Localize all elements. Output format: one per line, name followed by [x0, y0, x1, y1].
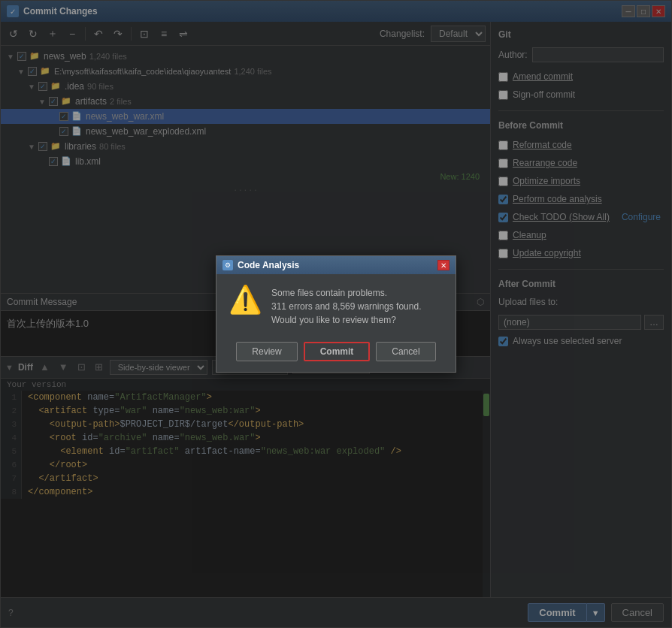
modal-msg-line1: Some files contain problems. [271, 286, 421, 300]
modal-title: Code Analysis [238, 260, 433, 270]
modal-close-btn[interactable]: ✕ [437, 260, 450, 270]
modal-msg-line3: Would you like to review them? [271, 313, 421, 327]
modal-title-bar: ⚙ Code Analysis ✕ [216, 256, 456, 274]
modal-cancel-button[interactable]: Cancel [376, 342, 435, 361]
warning-icon: ⚠️ [229, 286, 262, 313]
modal-footer: Review Commit Cancel [216, 336, 456, 372]
code-analysis-modal: ⚙ Code Analysis ✕ ⚠️ Some files contain … [216, 255, 456, 373]
review-button[interactable]: Review [236, 342, 297, 361]
modal-message: Some files contain problems. 311 errors … [271, 286, 421, 327]
modal-commit-button[interactable]: Commit [304, 342, 371, 361]
modal-msg-line2: 311 errors and 8,569 warnings found. [271, 300, 421, 313]
modal-overlay: ⚙ Code Analysis ✕ ⚠️ Some files contain … [0, 0, 672, 628]
modal-icon: ⚙ [222, 260, 233, 270]
modal-body: ⚠️ Some files contain problems. 311 erro… [216, 274, 456, 336]
